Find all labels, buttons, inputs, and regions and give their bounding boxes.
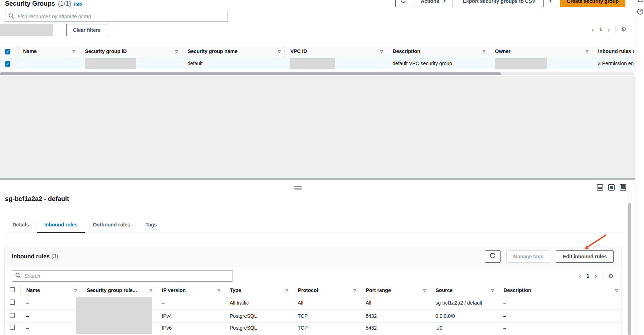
page-number[interactable]: 1 (599, 27, 602, 32)
prev-page-button[interactable]: ‹ (592, 26, 594, 33)
refresh-button[interactable] (485, 250, 501, 263)
pagination: ‹ 1 › ⚙ (579, 272, 614, 279)
filter-icon[interactable]: ▽ (150, 288, 152, 292)
filter-icon[interactable]: ▽ (615, 288, 618, 292)
export-dropdown-button[interactable]: ▼ (543, 0, 557, 7)
select-all-checkbox[interactable] (10, 287, 15, 292)
filter-icon[interactable]: ▽ (483, 49, 486, 53)
cell-description: default VPC security group (387, 57, 489, 70)
column-header-name[interactable]: Name▽ (17, 46, 79, 57)
cell-description: – (498, 322, 621, 333)
actions-button[interactable]: Actions ▼ (414, 0, 453, 7)
page-number[interactable]: 1 (586, 273, 589, 279)
page-header: Security Groups (1/1) Info (5, 0, 82, 8)
row-select-cell (5, 309, 20, 322)
inbound-rules-toolbar: ‹ 1 › ⚙ (5, 267, 621, 285)
info-link[interactable]: Info (74, 2, 82, 7)
filter-icon[interactable]: ▽ (74, 288, 77, 292)
cell-source: sg-bcf1a2a2 / default (430, 296, 498, 309)
check-icon: ✓ (6, 50, 9, 54)
column-header-ip-version[interactable]: IP version▽ (156, 285, 224, 296)
panel-size-large-icon[interactable] (620, 184, 626, 191)
cell-port-range: All (360, 296, 430, 309)
row-checkbox[interactable] (10, 325, 15, 330)
check-icon: ✓ (6, 62, 9, 66)
column-header-description[interactable]: Description▽ (498, 285, 621, 296)
preferences-button[interactable]: ⚙ (621, 27, 626, 33)
refresh-button[interactable] (395, 0, 411, 7)
filter-icon[interactable]: ▽ (586, 49, 589, 53)
row-checkbox[interactable]: ✓ (5, 61, 10, 67)
filter-icon[interactable]: ▽ (423, 288, 426, 292)
split-drag-handle[interactable] (294, 186, 302, 191)
filter-icon[interactable]: ▽ (278, 49, 281, 53)
cell-type: PostgreSQL (224, 322, 292, 333)
panel-icon[interactable] (638, 0, 643, 2)
divider (615, 26, 616, 33)
column-header-sg-name[interactable]: Security group name▽ (182, 46, 284, 57)
cell-source: ::/0 (430, 322, 498, 333)
inbound-rules-count: (3) (51, 253, 58, 259)
clear-filters-button[interactable]: Clear filters (66, 24, 107, 36)
column-header-rule-id[interactable]: Security group rule...▽ (81, 285, 156, 296)
preferences-button[interactable]: ⚙ (608, 273, 614, 279)
filter-icon[interactable]: ▽ (73, 49, 75, 53)
clear-filters-label: Clear filters (73, 27, 101, 33)
column-header-name[interactable]: Name▽ (20, 285, 81, 296)
column-header-owner[interactable]: Owner▽ (489, 46, 592, 57)
edit-inbound-rules-label: Edit inbound rules (563, 254, 607, 259)
tab-inbound-rules[interactable]: Inbound rules (37, 217, 85, 233)
edit-inbound-rules-button[interactable]: Edit inbound rules (556, 250, 614, 263)
column-header-type[interactable]: Type▽ (224, 285, 292, 296)
row-checkbox[interactable] (10, 300, 15, 305)
rules-search (12, 270, 233, 282)
redaction-block (76, 297, 152, 334)
row-select-cell (5, 322, 20, 333)
tab-outbound-rules[interactable]: Outbound rules (85, 217, 137, 233)
pencil-circle-icon[interactable] (637, 9, 643, 15)
caret-down-icon: ▼ (443, 0, 446, 3)
column-header-sg-id[interactable]: Security group ID▽ (79, 46, 182, 57)
detail-panel: sg-bcf1a2a2 - default Details Inbound ru… (0, 180, 635, 335)
export-csv-button[interactable]: Export security groups to CSV (456, 0, 542, 7)
top-toolbar: Actions ▼ Export security groups to CSV … (395, 0, 625, 7)
tab-tags[interactable]: Tags (138, 217, 165, 233)
column-header-description[interactable]: Description▽ (387, 46, 489, 57)
filter-icon[interactable]: ▽ (286, 288, 288, 292)
cell-name: – (20, 296, 81, 309)
panel-size-medium-icon[interactable] (608, 184, 615, 191)
select-all-checkbox[interactable]: ✓ (5, 49, 10, 54)
horizontal-scrollbar-thumb[interactable] (0, 72, 501, 75)
rules-search-input[interactable] (12, 270, 233, 282)
column-header-vpc-id[interactable]: VPC ID▽ (284, 46, 387, 57)
vertical-scrollbar-thumb[interactable] (628, 203, 631, 335)
filter-icon[interactable]: ▽ (491, 288, 494, 292)
cell-name: – (20, 309, 81, 322)
inbound-rules-actions: Manage tags Edit inbound rules (485, 250, 614, 263)
filter-icon[interactable]: ▽ (175, 49, 178, 53)
filter-icon[interactable]: ▽ (380, 49, 383, 53)
table-row[interactable]: ✓ – default default VPC security group 3… (0, 57, 634, 70)
column-header-inbound-rules[interactable]: Inbound rules c (592, 46, 634, 57)
column-header-protocol[interactable]: Protocol▽ (292, 285, 360, 296)
create-security-group-button[interactable]: Create security group (560, 0, 625, 7)
panel-size-small-icon[interactable] (597, 184, 603, 191)
redaction-block (290, 58, 335, 69)
create-security-group-label: Create security group (567, 0, 619, 4)
ec2-security-groups-page: Security Groups (1/1) Info Actions ▼ Exp… (0, 0, 644, 335)
row-checkbox[interactable] (10, 313, 15, 318)
next-page-button[interactable]: › (608, 26, 610, 33)
resource-search-input[interactable] (5, 11, 228, 22)
pagination: ‹ 1 › ⚙ (592, 26, 626, 33)
column-header-port-range[interactable]: Port range▽ (360, 285, 430, 296)
column-header-source[interactable]: Source▽ (430, 285, 498, 296)
filter-icon[interactable]: ▽ (218, 288, 220, 292)
cell-sg-name: default (182, 57, 284, 70)
next-page-button[interactable]: › (595, 272, 597, 279)
cell-ip-version: – (156, 296, 224, 309)
manage-tags-button[interactable]: Manage tags (506, 250, 550, 263)
tab-details[interactable]: Details (5, 217, 36, 233)
cell-type: All traffic (224, 296, 292, 309)
prev-page-button[interactable]: ‹ (579, 272, 581, 279)
filter-icon[interactable]: ▽ (353, 288, 356, 292)
